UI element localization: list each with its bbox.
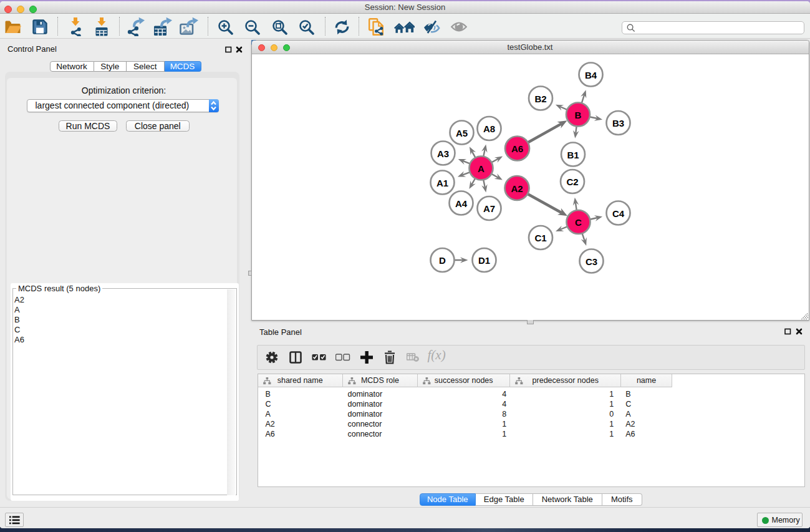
svg-text:A2: A2 (511, 183, 523, 194)
svg-text:A: A (478, 163, 485, 174)
svg-text:B: B (575, 110, 582, 120)
svg-text:B2: B2 (534, 94, 546, 104)
svg-text:A8: A8 (483, 123, 495, 134)
svg-text:C2: C2 (566, 177, 578, 187)
svg-text:D1: D1 (478, 255, 490, 266)
svg-text:B4: B4 (585, 70, 597, 80)
svg-text:C: C (575, 217, 582, 228)
svg-text:A4: A4 (455, 198, 468, 209)
svg-text:A6: A6 (511, 143, 523, 154)
svg-text:B3: B3 (612, 118, 624, 128)
svg-text:A1: A1 (436, 178, 448, 188)
svg-text:C1: C1 (534, 233, 546, 243)
svg-text:C4: C4 (612, 208, 625, 219)
svg-text:D: D (439, 255, 446, 266)
svg-text:C3: C3 (586, 256, 597, 267)
svg-text:A7: A7 (483, 203, 495, 214)
svg-text:B1: B1 (567, 150, 579, 160)
svg-text:A3: A3 (437, 148, 449, 159)
svg-text:A5: A5 (456, 128, 468, 138)
